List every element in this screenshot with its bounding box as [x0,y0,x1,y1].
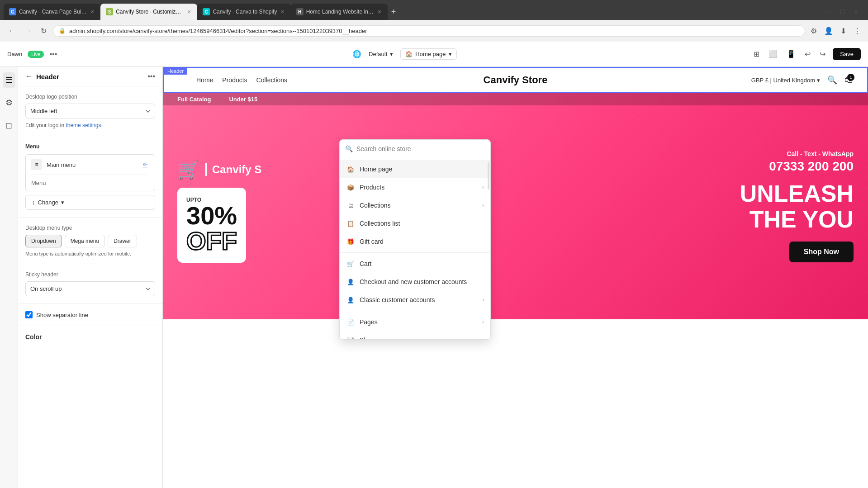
main-menu-label: Main menu [47,161,138,168]
pages-icon: 📄 [346,317,355,327]
currency-selector[interactable]: GBP £ | United Kingdom ▾ [751,77,820,84]
dropdown-search-box: 🔍 [340,140,490,158]
tablet-view-button[interactable]: ⬜ [767,48,779,60]
chevron-down-change: ▾ [61,199,64,206]
tab-4-close[interactable]: × [377,7,382,16]
dropdown-cart-label: Cart [360,260,484,267]
tab-1-close[interactable]: × [90,7,95,16]
home-page-icon: 🏠 [346,165,355,174]
sidebar-back-button[interactable]: ← [25,72,33,81]
tab-1-label: Canvify - Canva Page Builder - ... [19,9,87,15]
nav-item-3[interactable]: Collections [256,76,287,84]
menu-label-row: Menu [26,175,155,191]
dropdown-item-gift-card[interactable]: 🎁 Gift card [340,232,490,251]
forward-button[interactable]: → [22,25,34,37]
dropdown-item-home-page[interactable]: 🏠 Home page [340,160,490,178]
customize-view-button[interactable]: ⊞ [752,48,761,60]
change-label: Change [38,199,59,206]
change-menu-button[interactable]: ↕ Change ▾ [25,195,155,210]
mobile-view-button[interactable]: 📱 [785,48,797,60]
dropdown-products-label: Products [360,184,478,191]
store-logo: Canvify Store [484,74,548,86]
menu-section-label: Menu [25,143,155,150]
minimize-button[interactable]: ─ [824,6,834,18]
undo-button[interactable]: ↩ [803,48,812,60]
menu-item-box: ≡ Main menu ✏ Menu [25,154,155,191]
extensions-button[interactable]: ⚙ [809,25,819,37]
menu-button[interactable]: ⋮ [852,25,863,37]
menu-type-drawer[interactable]: Drawer [108,235,137,247]
close-window-button[interactable]: × [851,6,861,18]
browser-tab-3[interactable]: C Canvify - Canva to Shopify × [197,4,290,20]
browser-tab-2[interactable]: S Canvify Store · Customize Daw... × [100,4,197,20]
back-button[interactable]: ← [5,25,18,37]
hero-banner: Full Catalog Under $15 🛒 Canvify S UPTO … [163,93,868,319]
new-tab-button[interactable]: + [388,7,400,17]
dropdown-item-collections[interactable]: 🗂 Collections › [340,196,490,214]
menu-type-dropdown[interactable]: Dropdown [25,235,62,247]
main-menu-edit-link[interactable]: ✏ [143,161,149,168]
menu-type-mega[interactable]: Mega menu [65,235,105,247]
dropdown-item-products[interactable]: 📦 Products › [340,178,490,196]
sidebar-icon-strip: ☰ ⚙ ◻ [0,67,18,488]
browser-tabs: G Canvify - Canva Page Builder - ... × S… [0,0,868,20]
sidebar-settings-icon[interactable]: ⚙ [3,95,15,110]
dropdown-search-icon: 🔍 [345,145,353,152]
show-separator-checkbox[interactable] [25,311,33,318]
save-button[interactable]: Save [833,48,861,60]
tab-2-close[interactable]: × [186,7,192,16]
header-label: Header [164,67,187,75]
logo-position-select[interactable]: Middle left [25,104,155,118]
maximize-button[interactable]: □ [838,6,848,18]
main-layout: ☰ ⚙ ◻ ← Header ••• Desktop logo position [0,67,868,488]
browser-tab-4[interactable]: H Home Landing Website in Blac... × [291,4,388,20]
change-icon: ↕ [32,199,35,206]
theme-selector[interactable]: Default ▾ [369,51,393,57]
cart-badge: 1 [847,74,854,81]
preview-scroll[interactable]: Header Home Products Collections Canvify… [163,67,868,488]
cart-dropdown-icon: 🛒 [346,259,355,268]
dropdown-blogs-label: Blogs [360,336,478,339]
store-nav: Home Products Collections [196,76,287,84]
search-store-icon[interactable]: 🔍 [827,75,837,85]
dropdown-item-checkout[interactable]: 👤 Checkout and new customer accounts [340,273,490,291]
store-header-right: GBP £ | United Kingdom ▾ 🔍 🛍 1 [751,75,853,85]
profile-button[interactable]: 👤 [822,25,835,37]
browser-tab-1[interactable]: G Canvify - Canva Page Builder - ... × [4,4,100,20]
dropdown-scrollbar[interactable] [488,162,489,190]
store-header: Header Home Products Collections Canvify… [163,67,868,93]
edit-logo-text: Edit your logo in [25,122,64,128]
hero-left-content: 🛒 Canvify S UPTO 30% OFF [177,141,261,272]
shop-now-button[interactable]: Shop Now [789,242,854,262]
theme-settings-link[interactable]: theme settings [66,122,101,128]
dropdown-item-cart[interactable]: 🛒 Cart [340,255,490,273]
address-bar[interactable]: 🔒 admin.shopify.com/store/canvify-store/… [53,25,805,37]
sidebar-sections-icon[interactable]: ☰ [3,72,15,88]
sidebar-apps-icon[interactable]: ◻ [3,118,15,133]
more-options-button[interactable]: ••• [49,50,57,58]
dropdown-search-input[interactable] [356,145,485,152]
dropdown-item-classic-accounts[interactable]: 👤 Classic customer accounts › [340,291,490,309]
tab-3-close[interactable]: × [280,7,285,16]
page-selector[interactable]: 🏠 Home page ▾ [400,48,456,60]
show-separator-label: Show separator line [36,312,88,318]
checkout-icon: 👤 [346,277,355,286]
dropdown-item-pages[interactable]: 📄 Pages › [340,313,490,331]
downloads-button[interactable]: ⬇ [839,25,848,37]
dropdown-item-blogs[interactable]: 📝 Blogs › [340,331,490,339]
menu-section: Menu ≡ Main menu ✏ Menu ↕ Change ▾ [18,136,162,218]
strip-under-15: Under $15 [229,96,257,103]
store-preview: Header Home Products Collections Canvify… [163,67,868,488]
app-header-center: 🌐 Default ▾ 🏠 Home page ▾ [64,48,745,60]
lock-icon: 🔒 [59,28,66,34]
nav-item-1[interactable]: Home [196,76,213,84]
dropdown-item-collections-list[interactable]: 📋 Collections list [340,214,490,232]
sidebar-more-button[interactable]: ••• [147,72,155,81]
nav-item-2[interactable]: Products [222,76,247,84]
sticky-header-select[interactable]: On scroll up [25,281,155,296]
page-selector-label: Home page [415,51,446,57]
reload-button[interactable]: ↻ [38,25,49,37]
preview-area: Header Home Products Collections Canvify… [163,67,868,488]
redo-button[interactable]: ↪ [818,48,827,60]
cart-icon[interactable]: 🛍 1 [844,76,853,85]
